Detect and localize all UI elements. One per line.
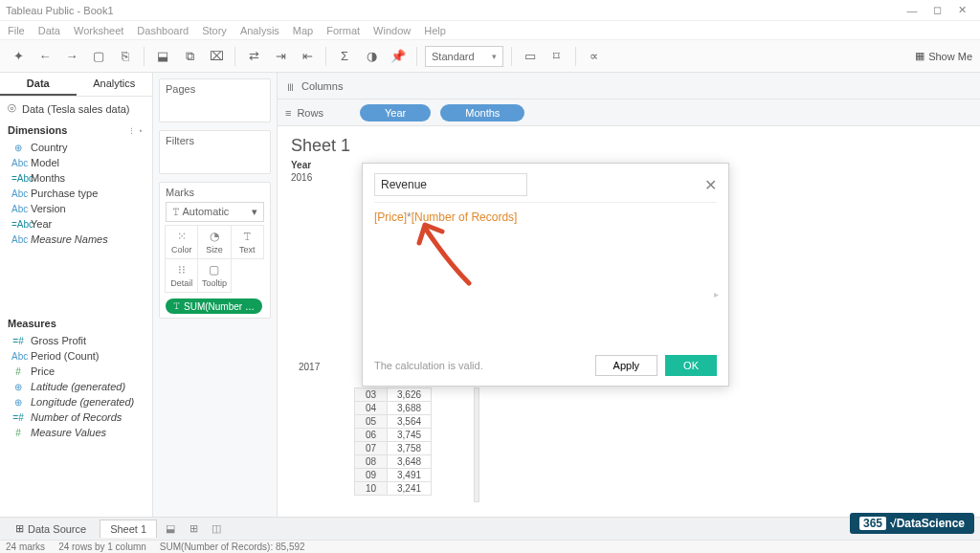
menu-map[interactable]: Map — [293, 25, 313, 36]
marks-type-dropdown[interactable]: 𝚃 Automatic▾ — [166, 202, 264, 222]
row-pill-year[interactable]: Year — [360, 104, 431, 122]
field-version[interactable]: AbcVersion — [0, 201, 152, 216]
field-measure-values[interactable]: #Measure Values — [0, 425, 152, 440]
minimize-icon[interactable]: — — [900, 5, 924, 16]
calculated-field-dialog: ✕ [Price]*[Number of Records] ▸ The calc… — [362, 163, 729, 387]
dimensions-tools[interactable]: ⫶ ▸ — [129, 125, 145, 136]
swap-icon[interactable]: ⇄ — [243, 46, 264, 67]
abc-icon: Abc — [11, 204, 25, 214]
marks-tooltip[interactable]: ▢Tooltip — [197, 258, 231, 293]
row-pill-months[interactable]: Months — [440, 104, 524, 122]
field-country[interactable]: ⊕Country — [0, 140, 152, 155]
field-price[interactable]: #Price — [0, 364, 152, 379]
menu-help[interactable]: Help — [424, 25, 446, 36]
tooltip-icon: ▢ — [209, 263, 219, 276]
sort-asc-icon[interactable]: ⇥ — [270, 46, 291, 67]
columns-shelf[interactable]: ⫼Columns — [278, 73, 980, 100]
back-icon[interactable]: ← — [34, 46, 56, 67]
marks-color[interactable]: ⁙Color — [165, 225, 198, 259]
menu-window[interactable]: Window — [373, 25, 411, 36]
forward-icon[interactable]: → — [61, 46, 82, 67]
watermark-365datascience: 365 √DataScience — [850, 513, 974, 534]
ok-button[interactable]: OK — [665, 355, 717, 376]
field-months[interactable]: =AbcMonths — [0, 170, 152, 186]
new-sheet-icon[interactable]: ⬓ — [161, 522, 180, 535]
color-icon: ⁙ — [177, 230, 187, 243]
showme-button[interactable]: ▦ Show Me — [915, 50, 972, 62]
close-icon[interactable]: ✕ — [949, 4, 974, 16]
clear-icon[interactable]: ⌧ — [206, 46, 227, 67]
field-measure-names[interactable]: AbcMeasure Names — [0, 232, 152, 247]
tab-data[interactable]: Data — [0, 73, 77, 96]
field-period-count[interactable]: AbcPeriod (Count) — [0, 348, 152, 364]
table-row: 103,241 — [355, 482, 432, 496]
table-row: 033,626 — [355, 388, 432, 402]
marks-pill-sum-number[interactable]: 𝚃 SUM(Number … — [166, 299, 262, 314]
field-model[interactable]: AbcModel — [0, 155, 152, 170]
globe-icon: ⊕ — [11, 143, 25, 153]
highlight-icon[interactable]: ◑ — [361, 46, 382, 67]
field-gross-profit[interactable]: =#Gross Profit — [0, 333, 152, 348]
field-purchase-type[interactable]: AbcPurchase type — [0, 186, 152, 201]
datasource-item[interactable]: ⦾ Data (Tesla sales data) — [0, 97, 152, 121]
field-number-of-records[interactable]: =#Number of Records — [0, 409, 152, 425]
detail-icon: ⁝⁝ — [178, 263, 186, 276]
duplicate-icon[interactable]: ⧉ — [179, 46, 200, 67]
abc-icon: Abc — [11, 158, 25, 168]
save-icon[interactable]: ▢ — [88, 46, 109, 67]
apply-button[interactable]: Apply — [595, 355, 658, 376]
menu-data[interactable]: Data — [38, 25, 60, 36]
marks-detail[interactable]: ⁝⁝Detail — [165, 258, 198, 293]
hash-icon: =# — [11, 336, 25, 346]
hash-icon: # — [11, 366, 25, 377]
menu-analysis[interactable]: Analysis — [240, 25, 279, 36]
new-worksheet-icon[interactable]: ⬓ — [152, 46, 173, 67]
tab-datasource[interactable]: ⊞Data Source — [6, 520, 96, 538]
new-story-icon[interactable]: ◫ — [207, 522, 226, 535]
separator — [511, 47, 512, 66]
calc-formula-editor[interactable]: [Price]*[Number of Records] ▸ — [374, 202, 717, 355]
abc-icon: Abc — [11, 234, 25, 245]
marks-size[interactable]: ◔Size — [197, 225, 231, 259]
calc-name-input[interactable] — [374, 173, 527, 196]
device-icon[interactable]: ⌑ — [546, 46, 568, 67]
scrollbar[interactable] — [474, 387, 479, 502]
hash-icon: # — [11, 428, 25, 438]
table-row: 043,688 — [355, 402, 432, 415]
new-datasource-icon[interactable]: ⎘ — [115, 46, 136, 67]
field-year[interactable]: =AbcYear — [0, 216, 152, 232]
expand-icon[interactable]: ▸ — [714, 289, 719, 299]
menu-file[interactable]: File — [8, 25, 25, 36]
field-latitude[interactable]: ⊕Latitude (generated) — [0, 379, 152, 394]
fit-dropdown[interactable]: Standard — [425, 46, 503, 67]
menu-format[interactable]: Format — [326, 25, 360, 36]
totals-icon[interactable]: Σ — [334, 46, 355, 67]
tableau-logo-icon[interactable]: ✦ — [8, 46, 29, 67]
separator — [416, 47, 417, 66]
menu-dashboard[interactable]: Dashboard — [137, 25, 189, 36]
sort-desc-icon[interactable]: ⇤ — [297, 46, 318, 67]
sheet-title[interactable]: Sheet 1 — [291, 136, 967, 156]
field-longitude[interactable]: ⊕Longitude (generated) — [0, 394, 152, 409]
separator — [144, 47, 145, 66]
pin-icon[interactable]: 📌 — [388, 46, 409, 67]
tab-sheet1[interactable]: Sheet 1 — [100, 520, 157, 538]
menubar: File Data Worksheet Dashboard Story Anal… — [0, 21, 980, 40]
menu-story[interactable]: Story — [202, 25, 227, 36]
size-icon: ◔ — [210, 230, 219, 243]
menu-worksheet[interactable]: Worksheet — [74, 25, 123, 36]
close-icon[interactable]: ✕ — [704, 176, 717, 194]
rows-shelf[interactable]: ≡Rows Year Months — [278, 100, 980, 126]
titlebar: Tableau Public - Book1 — ◻ ✕ — [0, 0, 980, 21]
window-title: Tableau Public - Book1 — [6, 5, 900, 16]
pages-shelf[interactable]: Pages — [159, 78, 271, 122]
maximize-icon[interactable]: ◻ — [924, 4, 949, 16]
filters-shelf[interactable]: Filters — [159, 130, 271, 174]
new-dashboard-icon[interactable]: ⊞ — [184, 522, 203, 535]
datasource-icon: ⊞ — [15, 522, 24, 535]
abc-icon: =Abc — [11, 173, 25, 184]
share-icon[interactable]: ∝ — [584, 46, 605, 67]
presentation-icon[interactable]: ▭ — [520, 46, 541, 67]
tab-analytics[interactable]: Analytics — [77, 73, 153, 96]
marks-text[interactable]: 𝚃Text — [231, 225, 264, 259]
